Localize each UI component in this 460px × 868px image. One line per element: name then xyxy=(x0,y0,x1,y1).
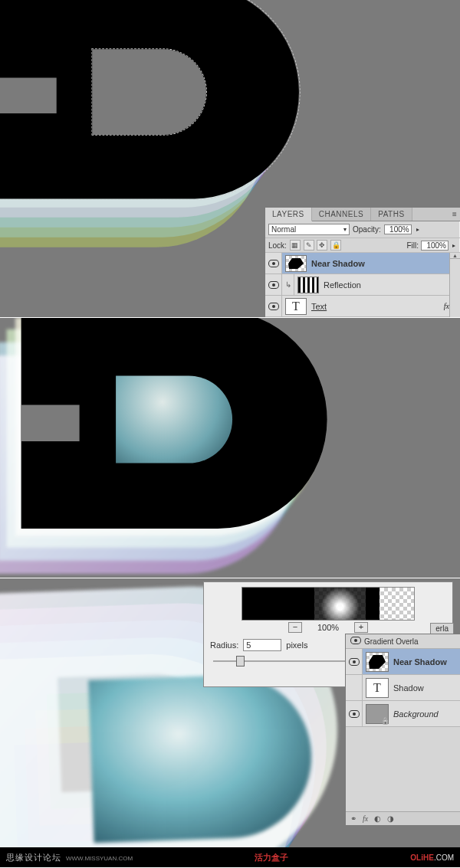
watermark-mid: 活力盒子 xyxy=(133,852,410,863)
fill-label: Fill: xyxy=(406,241,419,250)
watermark-right: OLiHE.COM xyxy=(410,853,454,862)
zoom-out-button[interactable]: − xyxy=(288,622,302,633)
lock-icons[interactable]: ▦ ✎ ✥ 🔒 xyxy=(289,240,341,251)
visibility-toggle[interactable] xyxy=(346,649,363,674)
visibility-toggle[interactable] xyxy=(265,296,282,316)
visibility-toggle[interactable] xyxy=(265,253,282,274)
visibility-toggle[interactable] xyxy=(346,675,363,700)
tab-layers[interactable]: LAYERS xyxy=(265,208,312,221)
layer-thumbnail[interactable] xyxy=(297,277,319,293)
opacity-label: Opacity: xyxy=(353,225,381,234)
adjustment-layer-icon[interactable]: ◑ xyxy=(387,814,394,823)
lock-paint-icon[interactable]: ✎ xyxy=(304,240,314,251)
layer-thumbnail[interactable] xyxy=(285,255,307,272)
opacity-input[interactable]: 100% xyxy=(384,224,412,234)
clip-indicator-icon: ↳ xyxy=(282,274,294,295)
fill-input[interactable]: 100% xyxy=(421,241,449,251)
eye-icon xyxy=(349,658,360,666)
lock-label: Lock: xyxy=(268,241,287,250)
eye-icon xyxy=(349,710,360,718)
radius-input[interactable]: 5 xyxy=(243,639,281,651)
watermark-left: 思缘设计论坛WWW.MISSYUAN.COM xyxy=(6,852,133,863)
zoom-in-button[interactable]: + xyxy=(354,622,368,633)
eye-icon[interactable] xyxy=(350,637,361,646)
blend-mode-select[interactable]: Normal ▾ xyxy=(268,224,350,235)
blur-preview[interactable] xyxy=(242,587,415,621)
layer-row[interactable]: Near Shadow xyxy=(346,649,460,675)
scrollbar[interactable] xyxy=(449,253,460,317)
lock-position-icon[interactable]: ✥ xyxy=(317,240,327,251)
effect-row-label[interactable]: Gradient Overla xyxy=(364,637,419,646)
radius-unit: pixels xyxy=(286,640,307,650)
radius-label: Radius: xyxy=(210,640,238,650)
layer-name[interactable]: Near Shadow xyxy=(310,259,460,268)
fill-flyout-icon[interactable]: ▸ xyxy=(451,242,457,249)
layer-thumbnail[interactable]: T xyxy=(366,678,389,698)
layers-panel-crop: erla Gradient Overla Near Shadow T Shado… xyxy=(345,634,460,825)
blend-mode-value: Normal xyxy=(271,225,296,234)
layer-row[interactable]: Near Shadow xyxy=(265,253,460,274)
visibility-toggle[interactable] xyxy=(346,701,363,726)
tutorial-step-3: − 100% + Radius: 5 pixels erla Gradient … xyxy=(0,578,460,847)
layer-row[interactable]: T Text fx ▸ xyxy=(265,296,460,317)
layer-name[interactable]: Reflection xyxy=(322,280,460,290)
layer-name[interactable]: Background xyxy=(392,709,460,719)
eye-icon xyxy=(268,303,279,310)
layer-thumbnail[interactable] xyxy=(366,652,389,672)
panel-footer: ⚭ fx ◐ ◑ xyxy=(346,811,460,825)
link-layers-icon[interactable]: ⚭ xyxy=(350,814,356,823)
lock-transparency-icon[interactable]: ▦ xyxy=(290,240,301,251)
layer-thumbnail[interactable] xyxy=(366,704,389,724)
lock-all-icon[interactable]: 🔒 xyxy=(330,240,341,251)
chevron-down-icon: ▾ xyxy=(343,226,347,233)
opacity-flyout-icon[interactable]: ▸ xyxy=(415,226,421,233)
zoom-value: 100% xyxy=(317,623,339,632)
layer-name[interactable]: Shadow xyxy=(392,683,460,693)
add-fx-button[interactable]: fx xyxy=(363,814,368,823)
tab-channels[interactable]: CHANNELS xyxy=(312,208,371,221)
layer-row[interactable]: Background xyxy=(346,701,460,727)
layer-name[interactable]: Text xyxy=(310,302,439,311)
layer-name[interactable]: Near Shadow xyxy=(392,657,460,667)
visibility-toggle[interactable] xyxy=(265,274,282,295)
panel-menu-icon[interactable]: ≡ xyxy=(449,208,460,221)
panel-tab-fragment[interactable]: erla xyxy=(430,623,454,634)
watermark-footer: 思缘设计论坛WWW.MISSYUAN.COM 活力盒子 OLiHE.COM xyxy=(0,847,460,867)
eye-icon xyxy=(268,260,279,267)
layer-thumbnail[interactable]: T xyxy=(285,298,307,315)
eye-icon xyxy=(268,281,279,289)
layer-row[interactable]: T Shadow xyxy=(346,675,460,701)
layer-list: Near Shadow ↳ Reflection T Text fx ▸ xyxy=(265,253,460,317)
add-mask-icon[interactable]: ◐ xyxy=(374,814,381,823)
tutorial-step-2 xyxy=(0,317,460,578)
slider-thumb[interactable] xyxy=(236,656,245,667)
layer-row[interactable]: ↳ Reflection xyxy=(265,274,460,296)
tab-paths[interactable]: PATHS xyxy=(371,208,412,221)
layers-panel: LAYERS CHANNELS PATHS ≡ Normal ▾ Opacity… xyxy=(264,207,460,317)
tutorial-step-1: LAYERS CHANNELS PATHS ≡ Normal ▾ Opacity… xyxy=(0,0,460,317)
